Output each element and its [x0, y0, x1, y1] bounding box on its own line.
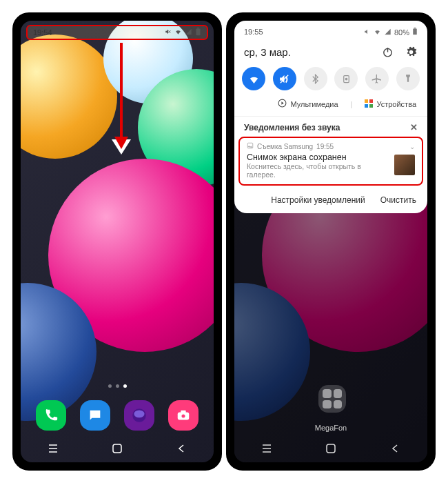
nav-bar	[234, 435, 427, 462]
svg-point-4	[97, 413, 99, 415]
media-control[interactable]: Мультимедиа	[278, 99, 338, 109]
wifi-icon	[174, 28, 182, 37]
image-icon	[247, 142, 254, 150]
silent-notifications-header: Уведомления без звука ✕	[234, 116, 427, 137]
notification-card[interactable]: Съемка Samsung 19:55 ⌄ Снимок экрана сох…	[238, 137, 423, 186]
qs-screen-record[interactable]	[334, 67, 358, 90]
svg-point-20	[345, 78, 347, 80]
svg-rect-1	[197, 28, 199, 29]
app-browser[interactable]	[124, 400, 154, 431]
notification-body: Коснитесь здесь, чтобы открыть в галерее…	[247, 162, 390, 179]
nav-back[interactable]	[174, 441, 189, 456]
status-bar[interactable]: 19:54	[26, 25, 208, 40]
status-bar: 19:55 80%	[234, 25, 427, 39]
nav-back[interactable]	[387, 441, 403, 456]
mute-icon	[165, 28, 172, 37]
home-screen: 19:54	[21, 21, 214, 462]
svg-point-6	[134, 410, 144, 417]
clear-button[interactable]: Очистить	[380, 195, 416, 205]
notification-footer: Настройки уведомлений Очистить	[234, 190, 427, 213]
devices-label: Устройства	[376, 100, 416, 108]
notification-title: Снимок экрана сохранен	[247, 152, 390, 162]
battery-label: 80%	[394, 28, 409, 37]
notification-panel: 19:55 80% ср, 3 мар.	[234, 21, 427, 213]
section-title: Уведомления без звука	[244, 123, 340, 132]
close-icon[interactable]: ✕	[410, 122, 418, 132]
phone-right: 19:55 80% ср, 3 мар.	[226, 12, 436, 471]
nav-recents[interactable]	[45, 441, 61, 456]
chevron-down-icon[interactable]: ⌄	[409, 143, 415, 150]
qs-wifi[interactable]	[242, 67, 265, 90]
svg-rect-15	[414, 28, 416, 28]
quick-settings	[234, 63, 427, 95]
grid-icon	[365, 99, 373, 109]
signal-icon	[185, 28, 192, 37]
carrier-label: MegaFon	[234, 424, 427, 432]
app-phone[interactable]	[36, 400, 66, 431]
svg-rect-9	[181, 411, 185, 413]
dock	[21, 400, 214, 431]
devices-control[interactable]: Устройства	[365, 99, 416, 109]
phone-left: 19:54	[12, 12, 222, 471]
app-messages[interactable]	[80, 400, 110, 431]
battery-icon	[412, 28, 418, 37]
settings-button[interactable]	[404, 45, 418, 59]
notification-thumbnail	[394, 155, 415, 175]
annotation-arrow	[120, 43, 123, 139]
battery-icon	[195, 28, 201, 37]
svg-rect-25	[369, 104, 373, 108]
mute-icon	[364, 28, 371, 37]
notification-settings-button[interactable]: Настройки уведомлений	[271, 195, 365, 205]
media-devices-row: Мультимедиа | Устройства	[234, 95, 427, 116]
svg-rect-22	[365, 99, 368, 103]
media-label: Мультимедиа	[290, 100, 338, 108]
page-indicator	[21, 384, 214, 388]
svg-point-2	[92, 413, 93, 415]
app-folder[interactable]	[318, 385, 346, 413]
notification-shade-screen: 19:55 80% ср, 3 мар.	[234, 21, 427, 462]
svg-rect-0	[196, 29, 201, 36]
nav-recents[interactable]	[259, 441, 274, 456]
nav-bar	[21, 435, 214, 462]
nav-home[interactable]	[110, 441, 125, 456]
status-icons	[165, 28, 201, 37]
qs-airplane[interactable]	[365, 67, 389, 90]
qs-sound-mute[interactable]	[273, 67, 296, 90]
svg-rect-14	[413, 28, 417, 34]
app-camera[interactable]	[168, 400, 198, 431]
date-label: ср, 3 мар.	[244, 46, 291, 58]
power-button[interactable]	[380, 45, 394, 59]
svg-rect-23	[369, 99, 373, 103]
nav-home[interactable]	[323, 441, 338, 456]
play-icon	[278, 99, 287, 109]
svg-point-8	[181, 414, 185, 418]
qs-flashlight[interactable]	[396, 67, 420, 90]
notification-app: Съемка Samsung	[257, 143, 313, 150]
status-time: 19:55	[244, 28, 263, 37]
svg-rect-24	[365, 104, 368, 108]
svg-rect-13	[113, 444, 121, 453]
svg-rect-30	[327, 444, 335, 453]
qs-bluetooth[interactable]	[304, 67, 327, 90]
status-time: 19:54	[33, 28, 52, 37]
wifi-icon	[374, 28, 381, 37]
signal-icon	[384, 28, 391, 37]
notification-time: 19:55	[316, 143, 334, 150]
svg-point-3	[94, 413, 96, 415]
